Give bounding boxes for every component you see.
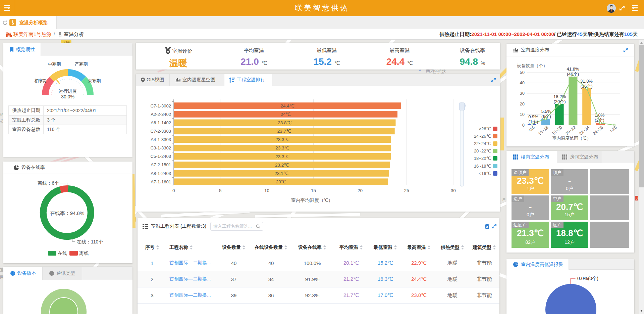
svg-text:A2-2-3402: A2-2-3402 (151, 112, 171, 117)
svg-text:20~22: 20~22 (565, 125, 577, 136)
svg-text:23.2℃: 23.2℃ (275, 163, 289, 168)
svg-text:15: 15 (311, 188, 316, 193)
svg-text:22~24: 22~24 (578, 125, 590, 136)
svg-text:C3-1-3302: C3-1-3302 (151, 145, 171, 150)
svg-text:A7-1-1601: A7-1-1601 (151, 179, 171, 184)
svg-text:30: 30 (520, 91, 525, 96)
svg-text:户: 户 (502, 197, 505, 201)
svg-text:16~18℃: 16~18℃ (474, 164, 491, 169)
svg-text:(1个): (1个) (529, 119, 538, 124)
svg-text:22~24℃: 22~24℃ (474, 141, 491, 146)
svg-text:在线：110个: 在线：110个 (76, 239, 103, 244)
svg-text:0: 0 (172, 188, 175, 193)
svg-text:A7-2-1501: A7-2-1501 (151, 162, 171, 167)
svg-text:20~22℃: 20~22℃ (474, 148, 491, 153)
svg-text:23.1℃: 23.1℃ (274, 171, 288, 176)
svg-text:40: 40 (520, 80, 525, 85)
svg-text:A4-1-3303: A4-1-3303 (151, 137, 171, 142)
svg-text:离线: 离线 (79, 251, 89, 256)
svg-text:末寒期: 末寒期 (88, 78, 101, 83)
svg-text:室内温度范围（℃）: 室内温度范围（℃） (552, 136, 591, 141)
svg-text:<16: <16 (527, 125, 536, 133)
svg-text:23.3℃: 23.3℃ (275, 154, 289, 159)
svg-text:10: 10 (264, 188, 269, 193)
svg-text:23℃: 23℃ (276, 179, 286, 184)
svg-text:20: 20 (520, 101, 525, 106)
svg-text:20: 20 (358, 188, 363, 193)
svg-text:严寒期: 严寒期 (75, 61, 88, 66)
svg-text:24.4℃: 24.4℃ (280, 103, 294, 108)
svg-text:1.8%: 1.8% (595, 113, 605, 118)
svg-text:23.3℃: 23.3℃ (275, 145, 289, 150)
svg-text:C7-1-3002: C7-1-3002 (151, 103, 171, 108)
svg-text:41.8%: 41.8% (567, 66, 579, 72)
svg-text:5: 5 (219, 188, 222, 193)
svg-text:23.3℃: 23.3℃ (275, 137, 289, 142)
svg-text:>26℃: >26℃ (479, 126, 491, 131)
svg-text:(2个): (2个) (595, 118, 604, 123)
svg-text:24~26℃: 24~26℃ (474, 134, 491, 139)
svg-text:25: 25 (404, 188, 409, 193)
svg-text:31.8%: 31.8% (580, 79, 593, 84)
svg-text:设备数量（个）: 设备数量（个） (517, 63, 547, 68)
svg-text:(35个): (35个) (580, 84, 592, 89)
svg-text:S364: S364 (62, 40, 69, 44)
svg-text:0.0%(0个): 0.0%(0个) (577, 276, 598, 281)
svg-text:5.5%: 5.5% (541, 109, 551, 114)
svg-text:18~20: 18~20 (551, 125, 563, 136)
svg-text:0: 0 (522, 123, 525, 128)
svg-text:A8-1-2403: A8-1-2403 (151, 171, 171, 176)
svg-text:16~18: 16~18 (537, 125, 549, 136)
svg-text:8: 8 (636, 196, 638, 200)
svg-text:C5-1-2403: C5-1-2403 (151, 154, 171, 159)
svg-text:24~26: 24~26 (592, 125, 604, 136)
svg-text:18~20℃: 18~20℃ (474, 156, 491, 161)
svg-text:(20个): (20个) (553, 99, 566, 104)
svg-text:>26: >26 (609, 125, 618, 133)
svg-text:(46个): (46个) (567, 72, 579, 77)
svg-text:(6个): (6个) (541, 114, 551, 119)
svg-text:A6-1-1402: A6-1-1402 (151, 120, 171, 125)
svg-text:18.2%: 18.2% (553, 94, 566, 99)
svg-text:在线率：94.8%: 在线率：94.8% (50, 210, 85, 216)
svg-text:50: 50 (520, 70, 525, 75)
svg-text:室内平均温度（℃）: 室内平均温度（℃） (291, 197, 333, 203)
svg-text:C7-2-3303: C7-2-3303 (151, 129, 171, 134)
svg-text:初寒期: 初寒期 (35, 78, 48, 83)
svg-text:30.0%: 30.0% (61, 94, 74, 99)
svg-text:运行进度: 运行进度 (58, 88, 77, 94)
svg-text:离线：6个: 离线：6个 (38, 180, 59, 186)
svg-text:在线: 在线 (57, 251, 67, 256)
svg-text:中寒期: 中寒期 (48, 61, 61, 66)
svg-text:30: 30 (451, 188, 456, 193)
svg-text:10: 10 (520, 112, 525, 117)
svg-text:0.9%: 0.9% (528, 114, 538, 119)
svg-text:23.7℃: 23.7℃ (277, 129, 291, 134)
svg-text:23.8℃: 23.8℃ (278, 120, 291, 125)
svg-text:<16℃: <16℃ (479, 171, 491, 176)
svg-text:24℃: 24℃ (281, 112, 291, 117)
